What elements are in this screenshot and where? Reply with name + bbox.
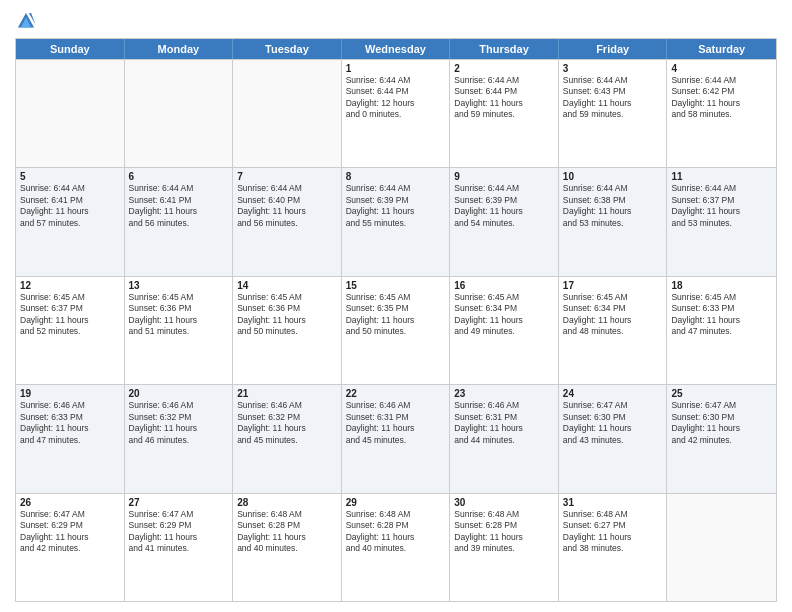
day-info: Sunrise: 6:48 AM Sunset: 6:28 PM Dayligh… — [237, 509, 337, 555]
day-info: Sunrise: 6:46 AM Sunset: 6:31 PM Dayligh… — [454, 400, 554, 446]
day-number: 8 — [346, 171, 446, 182]
day-info: Sunrise: 6:45 AM Sunset: 6:36 PM Dayligh… — [237, 292, 337, 338]
calendar-cell: 4Sunrise: 6:44 AM Sunset: 6:42 PM Daylig… — [667, 60, 776, 167]
day-number: 22 — [346, 388, 446, 399]
calendar-cell — [667, 494, 776, 601]
calendar-cell: 12Sunrise: 6:45 AM Sunset: 6:37 PM Dayli… — [16, 277, 125, 384]
day-info: Sunrise: 6:46 AM Sunset: 6:32 PM Dayligh… — [129, 400, 229, 446]
calendar-cell: 6Sunrise: 6:44 AM Sunset: 6:41 PM Daylig… — [125, 168, 234, 275]
logo — [15, 10, 40, 32]
calendar-header: SundayMondayTuesdayWednesdayThursdayFrid… — [16, 39, 776, 59]
day-number: 13 — [129, 280, 229, 291]
day-info: Sunrise: 6:47 AM Sunset: 6:29 PM Dayligh… — [129, 509, 229, 555]
day-info: Sunrise: 6:45 AM Sunset: 6:33 PM Dayligh… — [671, 292, 772, 338]
calendar-cell: 1Sunrise: 6:44 AM Sunset: 6:44 PM Daylig… — [342, 60, 451, 167]
header-tuesday: Tuesday — [233, 39, 342, 59]
calendar-cell: 21Sunrise: 6:46 AM Sunset: 6:32 PM Dayli… — [233, 385, 342, 492]
day-number: 23 — [454, 388, 554, 399]
day-info: Sunrise: 6:44 AM Sunset: 6:41 PM Dayligh… — [129, 183, 229, 229]
calendar-cell: 13Sunrise: 6:45 AM Sunset: 6:36 PM Dayli… — [125, 277, 234, 384]
day-number: 1 — [346, 63, 446, 74]
day-number: 2 — [454, 63, 554, 74]
day-info: Sunrise: 6:44 AM Sunset: 6:38 PM Dayligh… — [563, 183, 663, 229]
day-number: 24 — [563, 388, 663, 399]
day-info: Sunrise: 6:44 AM Sunset: 6:42 PM Dayligh… — [671, 75, 772, 121]
header-saturday: Saturday — [667, 39, 776, 59]
day-number: 27 — [129, 497, 229, 508]
header-sunday: Sunday — [16, 39, 125, 59]
header — [15, 10, 777, 32]
calendar-cell: 25Sunrise: 6:47 AM Sunset: 6:30 PM Dayli… — [667, 385, 776, 492]
calendar-row-2: 12Sunrise: 6:45 AM Sunset: 6:37 PM Dayli… — [16, 276, 776, 384]
calendar-row-4: 26Sunrise: 6:47 AM Sunset: 6:29 PM Dayli… — [16, 493, 776, 601]
calendar-cell: 30Sunrise: 6:48 AM Sunset: 6:28 PM Dayli… — [450, 494, 559, 601]
day-number: 10 — [563, 171, 663, 182]
day-info: Sunrise: 6:44 AM Sunset: 6:43 PM Dayligh… — [563, 75, 663, 121]
day-info: Sunrise: 6:45 AM Sunset: 6:34 PM Dayligh… — [563, 292, 663, 338]
calendar-cell: 17Sunrise: 6:45 AM Sunset: 6:34 PM Dayli… — [559, 277, 668, 384]
day-info: Sunrise: 6:48 AM Sunset: 6:28 PM Dayligh… — [454, 509, 554, 555]
day-number: 11 — [671, 171, 772, 182]
calendar-cell: 23Sunrise: 6:46 AM Sunset: 6:31 PM Dayli… — [450, 385, 559, 492]
day-number: 25 — [671, 388, 772, 399]
day-info: Sunrise: 6:47 AM Sunset: 6:30 PM Dayligh… — [671, 400, 772, 446]
day-number: 31 — [563, 497, 663, 508]
day-info: Sunrise: 6:47 AM Sunset: 6:30 PM Dayligh… — [563, 400, 663, 446]
calendar-cell: 8Sunrise: 6:44 AM Sunset: 6:39 PM Daylig… — [342, 168, 451, 275]
calendar-cell — [233, 60, 342, 167]
day-number: 26 — [20, 497, 120, 508]
day-info: Sunrise: 6:44 AM Sunset: 6:41 PM Dayligh… — [20, 183, 120, 229]
calendar: SundayMondayTuesdayWednesdayThursdayFrid… — [15, 38, 777, 602]
day-number: 3 — [563, 63, 663, 74]
day-info: Sunrise: 6:48 AM Sunset: 6:27 PM Dayligh… — [563, 509, 663, 555]
day-number: 19 — [20, 388, 120, 399]
day-number: 20 — [129, 388, 229, 399]
calendar-cell: 5Sunrise: 6:44 AM Sunset: 6:41 PM Daylig… — [16, 168, 125, 275]
calendar-cell — [16, 60, 125, 167]
day-number: 7 — [237, 171, 337, 182]
day-info: Sunrise: 6:48 AM Sunset: 6:28 PM Dayligh… — [346, 509, 446, 555]
calendar-body: 1Sunrise: 6:44 AM Sunset: 6:44 PM Daylig… — [16, 59, 776, 601]
page: SundayMondayTuesdayWednesdayThursdayFrid… — [0, 0, 792, 612]
calendar-cell: 3Sunrise: 6:44 AM Sunset: 6:43 PM Daylig… — [559, 60, 668, 167]
header-friday: Friday — [559, 39, 668, 59]
day-number: 30 — [454, 497, 554, 508]
day-number: 28 — [237, 497, 337, 508]
day-info: Sunrise: 6:45 AM Sunset: 6:37 PM Dayligh… — [20, 292, 120, 338]
day-info: Sunrise: 6:45 AM Sunset: 6:36 PM Dayligh… — [129, 292, 229, 338]
day-info: Sunrise: 6:46 AM Sunset: 6:32 PM Dayligh… — [237, 400, 337, 446]
calendar-cell: 20Sunrise: 6:46 AM Sunset: 6:32 PM Dayli… — [125, 385, 234, 492]
calendar-cell: 26Sunrise: 6:47 AM Sunset: 6:29 PM Dayli… — [16, 494, 125, 601]
calendar-row-3: 19Sunrise: 6:46 AM Sunset: 6:33 PM Dayli… — [16, 384, 776, 492]
day-info: Sunrise: 6:44 AM Sunset: 6:37 PM Dayligh… — [671, 183, 772, 229]
calendar-cell: 18Sunrise: 6:45 AM Sunset: 6:33 PM Dayli… — [667, 277, 776, 384]
day-number: 16 — [454, 280, 554, 291]
calendar-cell: 28Sunrise: 6:48 AM Sunset: 6:28 PM Dayli… — [233, 494, 342, 601]
day-number: 17 — [563, 280, 663, 291]
calendar-row-0: 1Sunrise: 6:44 AM Sunset: 6:44 PM Daylig… — [16, 59, 776, 167]
calendar-cell: 27Sunrise: 6:47 AM Sunset: 6:29 PM Dayli… — [125, 494, 234, 601]
calendar-cell: 9Sunrise: 6:44 AM Sunset: 6:39 PM Daylig… — [450, 168, 559, 275]
day-number: 15 — [346, 280, 446, 291]
day-number: 12 — [20, 280, 120, 291]
day-number: 29 — [346, 497, 446, 508]
calendar-cell: 31Sunrise: 6:48 AM Sunset: 6:27 PM Dayli… — [559, 494, 668, 601]
calendar-row-1: 5Sunrise: 6:44 AM Sunset: 6:41 PM Daylig… — [16, 167, 776, 275]
day-info: Sunrise: 6:47 AM Sunset: 6:29 PM Dayligh… — [20, 509, 120, 555]
calendar-cell: 11Sunrise: 6:44 AM Sunset: 6:37 PM Dayli… — [667, 168, 776, 275]
day-number: 4 — [671, 63, 772, 74]
day-number: 18 — [671, 280, 772, 291]
day-info: Sunrise: 6:46 AM Sunset: 6:33 PM Dayligh… — [20, 400, 120, 446]
day-number: 21 — [237, 388, 337, 399]
calendar-cell: 16Sunrise: 6:45 AM Sunset: 6:34 PM Dayli… — [450, 277, 559, 384]
calendar-cell: 14Sunrise: 6:45 AM Sunset: 6:36 PM Dayli… — [233, 277, 342, 384]
day-info: Sunrise: 6:44 AM Sunset: 6:39 PM Dayligh… — [346, 183, 446, 229]
day-number: 9 — [454, 171, 554, 182]
calendar-cell: 22Sunrise: 6:46 AM Sunset: 6:31 PM Dayli… — [342, 385, 451, 492]
calendar-cell: 7Sunrise: 6:44 AM Sunset: 6:40 PM Daylig… — [233, 168, 342, 275]
calendar-cell — [125, 60, 234, 167]
day-number: 5 — [20, 171, 120, 182]
header-monday: Monday — [125, 39, 234, 59]
day-info: Sunrise: 6:44 AM Sunset: 6:44 PM Dayligh… — [454, 75, 554, 121]
calendar-cell: 2Sunrise: 6:44 AM Sunset: 6:44 PM Daylig… — [450, 60, 559, 167]
